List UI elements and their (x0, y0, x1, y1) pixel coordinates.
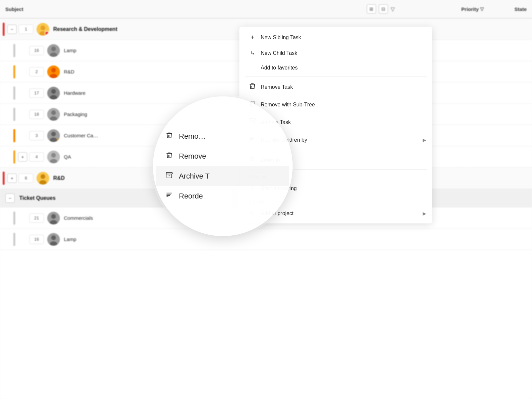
task-name: Packaging (64, 111, 87, 117)
menu-item-start-meeting[interactable]: + Start a meeting (239, 181, 432, 196)
trash-icon (249, 100, 256, 109)
plus-icon: + (249, 34, 256, 41)
task-id-badge: 21 (29, 213, 44, 223)
group-name: Research & Development (53, 26, 117, 32)
menu-item-new-child[interactable]: ↳ New Child Task (239, 46, 432, 61)
task-id-badge: 1 (19, 25, 33, 34)
task-name: Hardware (64, 90, 85, 96)
task-row-lamp2: 16 Lamp (0, 229, 532, 250)
svg-rect-30 (249, 119, 255, 120)
menu-item-new-sibling[interactable]: + New Sibling Task (239, 29, 432, 46)
menu-item-remove-subtree[interactable]: Remove with Sub-Tree (239, 96, 432, 113)
submenu-arrow: ▶ (423, 211, 426, 216)
plus-icon: + (249, 185, 256, 192)
avatar (47, 212, 60, 224)
priority-indicator (3, 23, 5, 36)
menu-divider (245, 150, 427, 150)
reorder-icon (249, 135, 256, 144)
avatar: ★ (47, 129, 60, 142)
svg-point-1 (41, 26, 45, 30)
avatar (37, 23, 49, 36)
svg-point-4 (51, 47, 56, 51)
menu-divider (245, 76, 427, 77)
star-badge: ★ (55, 137, 60, 142)
svg-point-25 (51, 214, 56, 219)
collapse-button[interactable]: − (5, 194, 15, 203)
priority-indicator (13, 44, 15, 57)
task-name: R&D (64, 69, 74, 74)
minus-icon: − (9, 196, 11, 201)
task-name: Commercials (64, 215, 93, 221)
menu-item-reorder[interactable]: Reorder children by ▶ (239, 131, 432, 149)
menu-item-label: Remove with Sub-Tree (261, 102, 315, 108)
collapse-button[interactable]: − (7, 25, 17, 34)
subject-column-header: Subject (5, 6, 238, 12)
task-id-badge: 3 (29, 131, 44, 140)
menu-item-label: Archive Task (261, 119, 291, 125)
priority-indicator (13, 108, 15, 121)
child-icon: ↳ (249, 50, 256, 56)
state-column-header: State (514, 6, 527, 12)
svg-line-36 (253, 160, 254, 161)
menu-item-label: Add to project (261, 210, 294, 216)
menu-item-label: Reorder children by (261, 137, 307, 143)
task-id-badge: 17 (29, 88, 44, 98)
add-column-button[interactable]: ⊞ (367, 4, 376, 14)
collapse-button[interactable]: + (7, 174, 17, 183)
child-icon: ↳ (249, 210, 256, 216)
plus-icon: + (11, 176, 13, 181)
priority-indicator (13, 233, 15, 246)
remove-icon: ⊟ (381, 6, 385, 12)
avatar (47, 44, 60, 57)
trash-icon (249, 82, 256, 91)
menu-item-add-favorites[interactable]: Add to favorites (239, 61, 432, 75)
menu-divider (245, 169, 427, 170)
avatar (37, 172, 49, 185)
menu-item-label: New Child Task (261, 50, 297, 56)
archive-icon (249, 118, 256, 127)
priority-indicator (13, 129, 15, 142)
priority-column-header: Priority ▽ (461, 6, 514, 12)
task-id-badge: 16 (29, 235, 44, 244)
svg-point-28 (51, 235, 56, 240)
task-id-badge: 4 (29, 152, 44, 162)
filter-icon[interactable]: ▽ (391, 6, 395, 12)
menu-item-label: New Sibling Task (261, 35, 301, 41)
task-id-badge: 16 (29, 46, 44, 55)
menu-item-label: Add to favorites (261, 65, 298, 71)
context-menu: + New Sibling Task ↳ New Child Task Add … (239, 27, 432, 223)
menu-item-add-project[interactable]: ↳ Add to project ▶ (239, 206, 432, 221)
collapse-button[interactable]: + (18, 152, 27, 162)
priority-indicator (13, 86, 15, 100)
table-header: Subject ⊞ ⊟ ▽ Priority ▽ State (0, 0, 532, 19)
menu-item-label: Zoom in (261, 157, 280, 163)
add-icon: ⊞ (369, 6, 373, 12)
priority-indicator (13, 150, 15, 164)
menu-item-archive-task[interactable]: Archive Task (239, 113, 432, 131)
svg-point-7 (51, 68, 56, 72)
submenu-arrow: ▶ (423, 137, 426, 143)
task-name: Lamp (64, 48, 76, 53)
task-name: Customer Ca… (64, 133, 98, 138)
menu-item-label: Remove Task (261, 84, 293, 90)
menu-item-remove-task[interactable]: Remove Task (239, 78, 432, 96)
task-id-badge: 18 (29, 110, 44, 119)
task-id-badge: 2 (29, 67, 44, 76)
priority-filter-icon[interactable]: ▽ (480, 6, 484, 12)
meetings-section-label: Meetings (239, 171, 432, 181)
priority-label: Priority (461, 6, 479, 12)
svg-point-19 (51, 153, 56, 158)
svg-point-13 (51, 110, 56, 115)
priority-indicator (13, 65, 15, 78)
plus-icon: + (21, 154, 24, 160)
priority-indicator (3, 172, 5, 185)
avatar (47, 151, 60, 163)
task-name: Lamp (64, 236, 76, 242)
task-name: QA (64, 154, 71, 160)
priority-indicator (13, 211, 15, 225)
menu-item-label: Start a meeting (261, 186, 297, 192)
remove-column-button[interactable]: ⊟ (379, 4, 388, 14)
subject-label: Subject (5, 6, 23, 12)
menu-item-zoom-in[interactable]: Zoom in (239, 152, 432, 168)
section-name: Ticket Queues (19, 195, 56, 201)
